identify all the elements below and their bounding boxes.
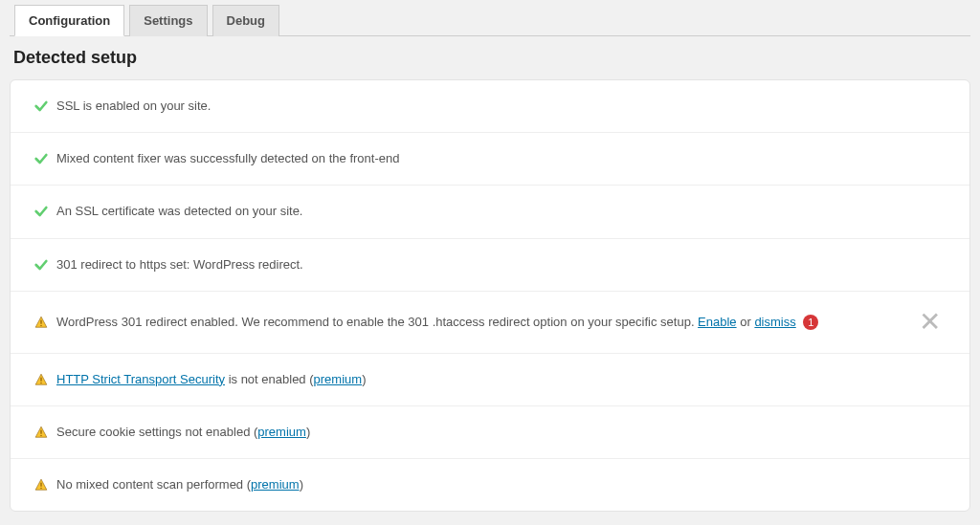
row-text: 301 redirect to https set: WordPress red…: [56, 256, 947, 273]
paren-close: ): [362, 372, 366, 386]
warning-icon: [33, 315, 49, 330]
warning-icon: [33, 477, 49, 492]
row-hsts: HTTP Strict Transport Security is not en…: [11, 354, 969, 406]
check-icon: [33, 257, 49, 273]
tab-configuration[interactable]: Configuration: [14, 5, 124, 36]
row-mixed-content: Mixed content fixer was successfully det…: [11, 133, 969, 186]
tab-bar: Configuration Settings Debug: [10, 0, 970, 36]
enable-link[interactable]: Enable: [698, 315, 736, 329]
row-wp-redirect-warning: WordPress 301 redirect enabled. We recom…: [11, 292, 969, 354]
no-scan-text: No mixed content scan performed (: [56, 477, 251, 492]
svg-rect-2: [40, 378, 41, 382]
row-text: No mixed content scan performed (premium…: [56, 476, 947, 493]
row-text: WordPress 301 redirect enabled. We recom…: [56, 314, 913, 331]
secure-cookie-text: Secure cookie settings not enabled (: [56, 425, 257, 439]
svg-rect-7: [40, 488, 41, 489]
tab-settings[interactable]: Settings: [129, 5, 207, 36]
tab-debug[interactable]: Debug: [212, 5, 279, 36]
check-icon: [33, 151, 49, 166]
notification-badge: 1: [803, 315, 818, 330]
paren-close: ): [306, 425, 310, 439]
hsts-link[interactable]: HTTP Strict Transport Security: [56, 372, 225, 386]
hsts-post-text: is not enabled: [225, 372, 309, 386]
premium-link[interactable]: premium: [251, 477, 300, 492]
row-text: SSL is enabled on your site.: [56, 98, 947, 115]
svg-rect-4: [40, 430, 41, 434]
svg-rect-3: [40, 383, 41, 383]
paren-close: ): [300, 477, 303, 492]
warning-icon: [33, 425, 49, 440]
section-title: Detected setup: [13, 48, 970, 68]
check-icon: [33, 204, 49, 219]
row-301-redirect: 301 redirect to https set: WordPress red…: [11, 239, 969, 292]
svg-rect-1: [40, 325, 41, 326]
check-icon: [33, 98, 49, 114]
warning-text: WordPress 301 redirect enabled. We recom…: [56, 315, 698, 329]
row-text: Mixed content fixer was successfully det…: [56, 150, 947, 167]
row-secure-cookie: Secure cookie settings not enabled (prem…: [11, 406, 969, 459]
row-text: Secure cookie settings not enabled (prem…: [56, 424, 947, 441]
warning-icon: [33, 372, 49, 387]
row-ssl-cert: An SSL certificate was detected on your …: [11, 186, 969, 238]
premium-link[interactable]: premium: [314, 372, 363, 386]
premium-link[interactable]: premium: [257, 425, 306, 439]
row-ssl-enabled: SSL is enabled on your site.: [11, 80, 969, 133]
svg-rect-5: [40, 435, 41, 436]
dismiss-link[interactable]: dismiss: [754, 315, 795, 329]
row-text: An SSL certificate was detected on your …: [56, 203, 947, 220]
detected-setup-panel: SSL is enabled on your site. Mixed conte…: [10, 79, 970, 512]
or-text: or: [737, 315, 755, 329]
row-text: HTTP Strict Transport Security is not en…: [56, 371, 947, 388]
row-no-mixed-scan: No mixed content scan performed (premium…: [11, 459, 969, 511]
close-icon[interactable]: ✕: [913, 309, 947, 336]
svg-rect-0: [40, 319, 41, 323]
svg-rect-6: [40, 483, 41, 487]
